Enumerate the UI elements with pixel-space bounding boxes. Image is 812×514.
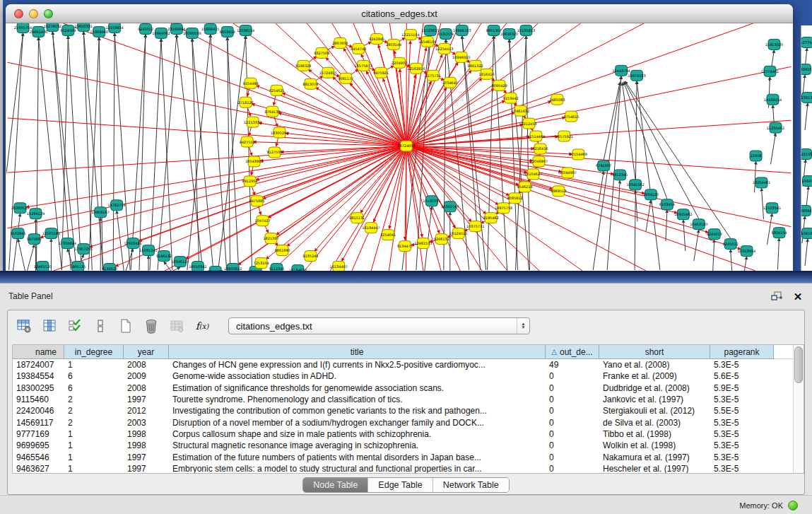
node-label: 3216416	[532, 146, 548, 151]
table-panel-header: Table Panel ✕	[0, 284, 812, 309]
node-label: 5905135	[70, 264, 86, 269]
scrollbar-thumb[interactable]	[794, 346, 803, 383]
column-select-icon[interactable]	[40, 317, 59, 335]
table-header-row: namein_degreeyeartitle△out_de...shortpag…	[13, 345, 804, 359]
node-label: 12103954	[106, 25, 124, 30]
node-label: 8131074	[438, 32, 454, 36]
citation-network-graph[interactable]: 2105575420691406152760329124509206503311…	[6, 23, 792, 271]
network-desktop: citations_edges.txt 21055754206914061527…	[0, 0, 812, 283]
cell-in_degree: 1	[64, 452, 124, 462]
cell-year: 1997	[124, 395, 169, 404]
close-panel-icon[interactable]: ✕	[792, 291, 804, 302]
table-settings-icon[interactable]	[15, 317, 33, 335]
node-label: 9242845	[369, 37, 384, 41]
window-titlebar[interactable]: citations_edges.txt	[6, 4, 793, 23]
table-row[interactable]: 946362711997Embryonic stem cells: a mode…	[13, 463, 804, 474]
table-selector-value: citations_edges.txt	[229, 321, 517, 332]
node-label: 16194447	[362, 226, 379, 230]
node-label: 9081177	[338, 76, 353, 81]
node-label: 8095912	[507, 196, 522, 200]
node-label: 9812345	[612, 173, 628, 177]
cell-pagerank: 5.3E-5	[710, 395, 774, 404]
cell-short: de Silva et al. (2003)	[599, 418, 710, 428]
row-select-icon[interactable]	[66, 317, 84, 335]
window-title: citations_edges.txt	[6, 8, 793, 19]
svg-text:143915: 143915	[801, 67, 812, 71]
cell-title: Estimation of the future numbers of pati…	[169, 452, 546, 462]
cell-year: 2009	[124, 371, 169, 381]
node-label: 8103454	[659, 202, 675, 206]
node-label: 9124509	[60, 28, 76, 33]
column-header-year[interactable]: year	[124, 345, 169, 359]
node-label: 12103541	[763, 206, 781, 210]
svg-text:122135: 122135	[801, 152, 812, 156]
tab-edge-table[interactable]: Edge Table	[367, 478, 432, 492]
cell-name: 9777169	[13, 429, 64, 439]
node-label: 7254041	[380, 233, 396, 237]
node-label: 10254461	[753, 180, 770, 185]
node-label: 9245012	[723, 242, 739, 246]
node-label: 16134407	[330, 264, 348, 269]
table-row[interactable]: 977716911998Corpus callosum shape and si…	[13, 428, 804, 440]
delete-trash-icon[interactable]	[142, 317, 160, 335]
table-panel-title: Table Panel	[8, 291, 53, 301]
cell-title: Changes of HCN gene expression and I(f) …	[169, 360, 546, 370]
tab-network-table[interactable]: Network Table	[433, 478, 509, 492]
node-label: 12162816	[407, 66, 425, 71]
node-table: namein_degreeyeartitle△out_de...shortpag…	[12, 344, 804, 474]
function-builder-icon[interactable]: f(x)	[193, 317, 211, 335]
node-label: 10616320	[500, 32, 518, 36]
cell-out_degree: 0	[546, 452, 599, 462]
table-row[interactable]: 1938455462009Genome-wide association stu…	[13, 370, 804, 382]
table-row[interactable]: 946554611997Estimation of the future num…	[13, 451, 804, 462]
cell-in_degree: 1	[64, 360, 124, 370]
node-label: 15276032	[44, 24, 61, 28]
network-window[interactable]: citations_edges.txt 21055754206914061527…	[6, 4, 793, 271]
background-network-window[interactable]: 1277441439151591301221351034151595841041…	[801, 25, 812, 276]
node-label: 15031245	[139, 248, 157, 252]
column-header-in_degree[interactable]: in_degree	[64, 345, 124, 359]
cell-title: Embryonic stem cells: a model to study s…	[169, 464, 546, 474]
cell-name: 18724007	[13, 360, 64, 370]
float-panel-icon[interactable]	[771, 291, 782, 302]
new-file-icon[interactable]	[117, 317, 135, 335]
cell-title: Estimation of significance thresholds fo…	[169, 383, 546, 393]
table-row[interactable]: 1872400712008Changes of HCN gene express…	[13, 359, 804, 370]
column-header-short[interactable]: short	[599, 345, 710, 359]
node-label: 9127508	[266, 150, 282, 154]
column-label: in_degree	[75, 347, 112, 357]
sort-ascending-icon: △	[551, 348, 557, 356]
table-row[interactable]: 911546021997Tourette syndrome. Phenomeno…	[13, 394, 804, 405]
node-label: 9134475	[397, 244, 413, 248]
table-selector-dropdown[interactable]: citations_edges.txt ▲▼	[228, 317, 530, 334]
node-label: 9475685	[249, 199, 265, 203]
table-scrollbar[interactable]	[793, 345, 804, 473]
column-header-title[interactable]: title	[169, 345, 546, 359]
node-label: 9102945	[10, 231, 25, 235]
node-label: 8912954	[242, 179, 258, 183]
cell-pagerank: 5.3E-5	[710, 452, 774, 462]
svg-text:159584: 159584	[801, 209, 812, 213]
table-row[interactable]: 2242004622012Investigating the contribut…	[13, 405, 804, 416]
table-row[interactable]: 1830029562008Estimation of significance …	[13, 382, 804, 394]
node-label: 26260520	[11, 206, 29, 210]
rows-icon[interactable]	[91, 317, 110, 335]
table-row[interactable]: 969969511998Structural magnetic resonanc…	[13, 440, 804, 451]
node-label: 15135031	[423, 199, 440, 203]
cell-short: Nakamura et al. (1997)	[599, 452, 710, 462]
cell-title: Disruption of a novel member of a sodium…	[169, 418, 546, 428]
node-label: 17957255	[75, 247, 93, 251]
cell-out_degree: 0	[546, 371, 599, 381]
cell-short: Franke et al. (2009)	[599, 371, 710, 381]
cell-pagerank: 5.3E-5	[710, 360, 774, 370]
table-row[interactable]: 1456911722003Disruption of a novel membe…	[13, 416, 804, 428]
cell-pagerank: 5.3E-5	[710, 440, 774, 450]
tab-node-table[interactable]: Node Table	[303, 478, 367, 492]
column-header-name[interactable]: name	[13, 345, 64, 359]
network-view[interactable]: 2105575420691406152760329124509206503311…	[6, 23, 792, 271]
column-header-pagerank[interactable]: pagerank	[710, 345, 774, 359]
node-label: 9546218	[517, 185, 532, 189]
column-header-out_degree[interactable]: △out_de...	[546, 345, 599, 359]
node-label: 9245013	[707, 232, 722, 236]
node-label: 9427552	[240, 140, 255, 144]
